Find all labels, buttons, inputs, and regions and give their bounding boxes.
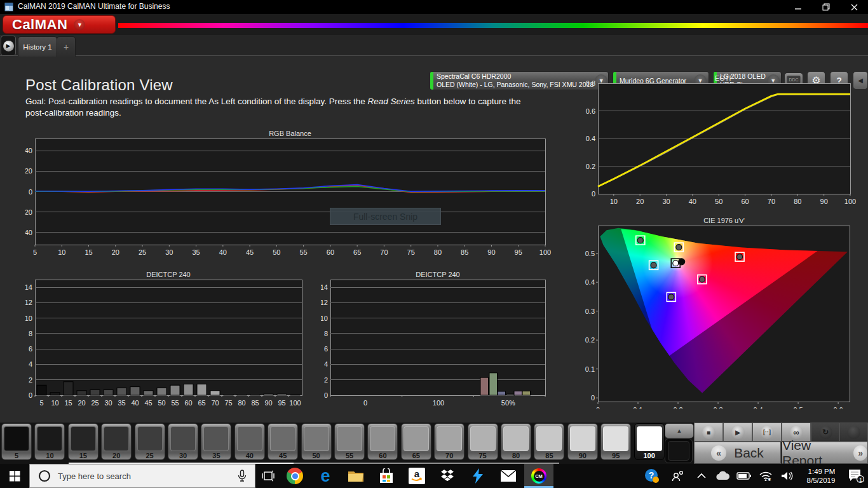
gray-patch-label: 100 — [635, 452, 664, 459]
gray-patch-label: 10 — [35, 452, 64, 459]
gray-patch-button-10[interactable]: 10 — [34, 423, 65, 460]
minimize-button[interactable] — [784, 0, 812, 14]
patch-options-up-button[interactable]: ▲ — [665, 423, 694, 438]
calman-app-window: CalMAN 2019 CalMAN Ultimate for Business… — [0, 0, 868, 488]
gray-patch-button-35[interactable]: 35 — [201, 423, 231, 460]
svg-text:65: 65 — [353, 248, 361, 256]
gray-patch-button-85[interactable]: 85 — [534, 423, 564, 460]
gray-patch-button-80[interactable]: 80 — [501, 423, 531, 460]
expand-nav-button[interactable]: ▶ — [1, 36, 16, 56]
tray-wifi-icon[interactable]: ✱ — [756, 464, 775, 488]
play-button[interactable]: ▶ — [723, 423, 752, 442]
gray-patch-swatch — [536, 426, 562, 451]
taskbar-search[interactable]: Type here to search — [29, 464, 255, 488]
taskbar-dropbox[interactable] — [433, 464, 462, 488]
start-button[interactable] — [0, 464, 29, 488]
add-tab-button[interactable]: + — [57, 36, 76, 57]
gray-patch-button-25[interactable]: 25 — [135, 423, 165, 460]
mail-icon — [500, 470, 517, 482]
gray-patch-button-20[interactable]: 20 — [101, 423, 132, 460]
gray-patch-button-50[interactable]: 50 — [301, 423, 332, 460]
back-button[interactable]: « Back — [694, 442, 781, 464]
gray-patch-label: 45 — [268, 452, 297, 459]
tray-clock[interactable]: 1:49 PM 8/5/2019 — [799, 464, 843, 488]
svg-text:0.2: 0.2 — [585, 336, 595, 344]
svg-text:0.4: 0.4 — [753, 406, 763, 409]
taskbar-chrome[interactable] — [280, 464, 309, 488]
svg-text:60: 60 — [327, 248, 334, 256]
gray-patch-button-70[interactable]: 70 — [434, 423, 465, 460]
svg-text:0.8: 0.8 — [586, 79, 595, 87]
restore-button[interactable] — [812, 0, 840, 14]
svg-text:85: 85 — [461, 248, 468, 256]
gray-patch-swatch — [4, 426, 29, 451]
app-window-icon — [4, 3, 13, 11]
svg-text:95: 95 — [278, 399, 285, 407]
svg-text:90: 90 — [264, 399, 272, 407]
svg-text:0.1: 0.1 — [585, 365, 595, 373]
taskbar-file-explorer[interactable] — [341, 464, 370, 488]
tray-people-icon[interactable] — [667, 464, 688, 488]
taskbar-mail[interactable] — [494, 464, 523, 488]
gray-patch-button-30[interactable]: 30 — [168, 423, 198, 460]
svg-text:70: 70 — [211, 399, 219, 407]
svg-text:40: 40 — [131, 399, 139, 407]
gray-patch-label: 80 — [501, 452, 531, 459]
taskbar-calman[interactable]: CM — [524, 464, 553, 488]
chevron-down-icon: ▼ — [74, 19, 85, 30]
tray-notifications[interactable]: 1 — [844, 464, 868, 488]
task-view-button[interactable] — [255, 464, 281, 488]
gray-patch-button-95[interactable]: 95 — [600, 423, 631, 460]
gray-patch-button-75[interactable]: 75 — [468, 423, 498, 460]
svg-text:60: 60 — [184, 399, 192, 407]
gray-patch-button-90[interactable]: 90 — [567, 423, 598, 460]
taskbar-edge[interactable]: e — [311, 464, 340, 488]
gray-patch-swatch — [203, 426, 229, 451]
svg-text:0.4: 0.4 — [586, 135, 595, 142]
svg-text:95: 95 — [515, 248, 522, 256]
infinity-icon: ∞ — [793, 428, 799, 437]
gray-patch-button-100[interactable]: 100 — [634, 423, 665, 460]
svg-text:5: 5 — [39, 399, 43, 407]
tray-battery-icon[interactable] — [735, 464, 754, 488]
svg-text:35: 35 — [118, 399, 125, 407]
tray-chevron-up-icon[interactable] — [692, 464, 711, 488]
taskbar-microsoft-store[interactable] — [372, 464, 401, 488]
gray-patch-button-55[interactable]: 55 — [334, 423, 365, 460]
view-report-button[interactable]: View Report » — [782, 442, 868, 464]
double-chevron-left-icon: « — [711, 445, 726, 461]
stop-button[interactable]: ■ — [694, 423, 723, 442]
svg-text:6: 6 — [29, 345, 32, 353]
gray-patch-label: 85 — [534, 452, 564, 459]
tray-help-icon[interactable]: ? — [641, 464, 662, 488]
svg-text:35: 35 — [192, 248, 200, 256]
refresh-icon: ↻ — [822, 428, 829, 437]
close-button[interactable] — [840, 0, 868, 14]
svg-text:40: 40 — [219, 248, 227, 256]
gray-patch-button-65[interactable]: 65 — [401, 423, 431, 460]
search-placeholder: Type here to search — [58, 471, 237, 481]
taskbar-amazon[interactable]: a — [402, 464, 431, 488]
calman-logo-text: CalMAN — [12, 17, 67, 33]
taskbar-flash-app[interactable] — [463, 464, 492, 488]
gray-patch-button-15[interactable]: 15 — [68, 423, 98, 460]
svg-text:45: 45 — [246, 248, 254, 256]
tray-volume-icon[interactable] — [778, 464, 797, 488]
gray-patch-button-5[interactable]: 5 — [1, 423, 32, 460]
title-bar: CalMAN 2019 CalMAN Ultimate for Business — [0, 0, 868, 14]
tray-onedrive-icon[interactable] — [713, 464, 732, 488]
calman-menu-button[interactable]: CalMAN ▼ — [3, 15, 116, 34]
lightning-icon — [471, 468, 485, 484]
read-series-button[interactable]: [··] — [752, 423, 782, 442]
gray-patch-button-40[interactable]: 40 — [234, 423, 265, 460]
tab-history-1[interactable]: History 1 — [18, 36, 57, 57]
gray-patch-swatch — [470, 426, 496, 451]
svg-text:30: 30 — [165, 248, 173, 256]
svg-text:0.4: 0.4 — [585, 278, 595, 286]
gray-patch-button-60[interactable]: 60 — [367, 423, 398, 460]
calman-taskbar-icon: CM — [531, 468, 546, 484]
gray-patch-button-45[interactable]: 45 — [268, 423, 298, 460]
back-button-label: Back — [734, 445, 764, 461]
svg-text:0: 0 — [363, 399, 367, 407]
svg-text:0.5: 0.5 — [793, 406, 803, 409]
